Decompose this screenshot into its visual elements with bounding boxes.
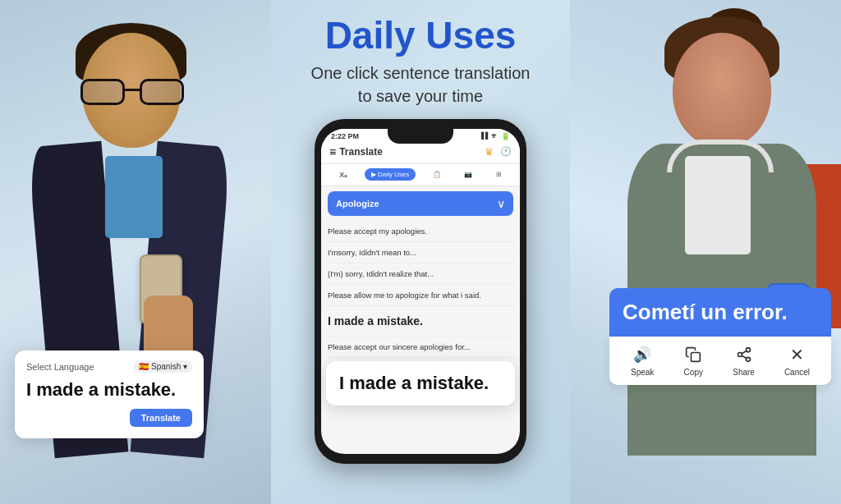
share-icon <box>734 345 754 364</box>
left-translate-card: Select Language 🇪🇸 Spanish ▾ I made a mi… <box>15 351 204 438</box>
columns-icon: ⊞ <box>496 171 502 178</box>
center-phrase-text: I made a mistake. <box>339 373 502 394</box>
copy-label: Copy <box>684 368 703 377</box>
phone-category-dropdown[interactable]: Apologize ∨ <box>328 191 513 216</box>
headphones <box>667 140 774 172</box>
crown-icon: ♛ <box>485 146 494 158</box>
glass-frame-left <box>80 79 125 105</box>
cancel-label: Cancel <box>784 368 810 377</box>
share-button[interactable]: Share <box>733 345 755 377</box>
glass-bridge <box>125 89 140 91</box>
phone-mockup: 2:22 PM ▋▋ ᯤ 🔋 ≡ Translate ♛ 🕐 Xₐ ▶ Dail… <box>315 119 526 464</box>
man-glasses <box>80 79 184 108</box>
nav-item-translate[interactable]: Xₐ <box>333 168 354 181</box>
camera-icon: 📷 <box>464 171 472 178</box>
share-label: Share <box>733 368 755 377</box>
copy-icon <box>683 345 703 364</box>
page-title: Daily Uses <box>325 15 517 57</box>
status-icons: ▋▋ ᯤ 🔋 <box>481 132 510 140</box>
phrase-item-4-selected[interactable]: I made a mistake. <box>328 306 513 337</box>
right-translation-card: Cometí un error. 🔊 Speak Copy <box>609 288 831 385</box>
phrase-item-2[interactable]: (I'm) sorry, Ididn't realize that... <box>328 263 513 285</box>
action-buttons-row: 🔊 Speak Copy Share <box>609 337 831 385</box>
phrase-item-3[interactable]: Please allow me to apologize for what i … <box>328 285 513 306</box>
nav-item-daily-uses[interactable]: ▶ Daily Uses <box>365 168 416 181</box>
category-label: Apologize <box>336 199 379 208</box>
left-card-phrase: I made a mistake. <box>26 379 192 401</box>
cancel-icon: ✕ <box>787 345 807 364</box>
glass-frame-right <box>140 79 184 105</box>
translate-button[interactable]: Translate <box>130 409 192 427</box>
clipboard-icon: 📋 <box>433 171 441 178</box>
chevron-down-icon: ∨ <box>497 197 505 210</box>
clock-icon: 🕐 <box>500 146 512 157</box>
nav-item-camera[interactable]: 📷 <box>457 168 479 181</box>
left-card-header: Select Language 🇪🇸 Spanish ▾ <box>26 360 192 373</box>
translated-text: Cometí un error. <box>623 300 818 325</box>
svg-rect-0 <box>692 353 701 362</box>
nav-daily-label: ▶ Daily Uses <box>371 171 409 178</box>
menu-icon[interactable]: ≡ <box>329 145 336 158</box>
nav-item-clipboard[interactable]: 📋 <box>426 168 448 181</box>
select-language-label: Select Language <box>26 362 94 372</box>
phone-notch <box>388 127 453 144</box>
flag-icon: 🇪🇸 <box>139 362 151 371</box>
speak-label: Speak <box>631 368 654 377</box>
right-person-area <box>570 0 841 504</box>
status-time: 2:22 PM <box>331 132 359 140</box>
language-badge[interactable]: 🇪🇸 Spanish ▾ <box>134 360 192 373</box>
copy-button[interactable]: Copy <box>683 345 703 377</box>
phone-nav-bar: Xₐ ▶ Daily Uses 📋 📷 ⊞ <box>321 164 520 186</box>
speak-button[interactable]: 🔊 Speak <box>631 345 654 377</box>
translated-text-area: Cometí un error. <box>609 288 831 337</box>
speak-icon: 🔊 <box>632 345 652 364</box>
page-subtitle: One click sentence translation to save y… <box>311 62 531 108</box>
nav-item-columns[interactable]: ⊞ <box>489 168 508 181</box>
phone-phrases-list: Please accept my apologies. I'msorry, Id… <box>321 221 520 454</box>
center-phrase-card: I made a mistake. <box>326 361 515 405</box>
cancel-button[interactable]: ✕ Cancel <box>784 345 810 377</box>
man-hand <box>144 296 193 357</box>
phrase-item-5[interactable]: Please accept our sincere apologies for.… <box>328 337 513 358</box>
nav-translate-icon: Xₐ <box>339 171 347 179</box>
woman-head <box>673 33 771 148</box>
man-shirt <box>105 156 163 238</box>
svg-line-5 <box>742 351 747 353</box>
svg-line-4 <box>742 355 747 358</box>
phone-app-header: ≡ Translate ♛ 🕐 <box>321 142 520 164</box>
phrase-item-0[interactable]: Please accept my apologies. <box>328 221 513 242</box>
app-name: Translate <box>339 146 481 158</box>
phrase-item-1[interactable]: I'msorry, Ididn't mean to... <box>328 242 513 263</box>
